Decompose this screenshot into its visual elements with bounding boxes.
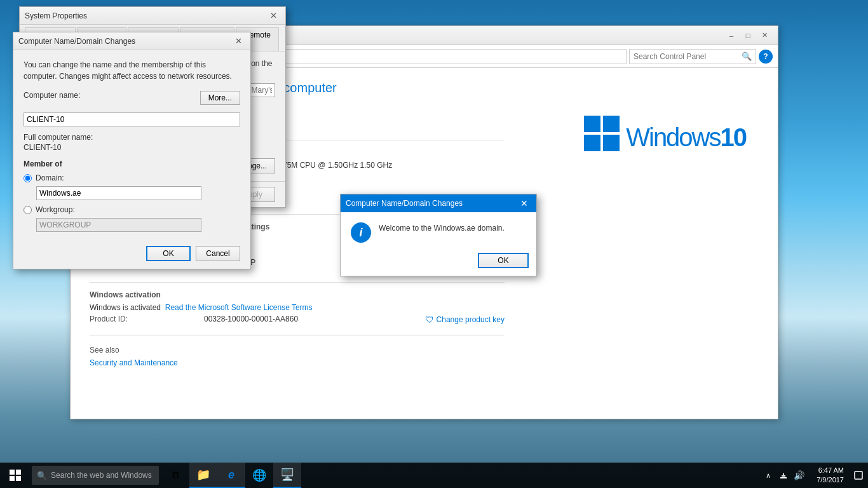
windows-logo-area: Windows10: [505, 108, 759, 161]
tray-sound-icon[interactable]: 🔊: [791, 463, 806, 488]
taskbar-search-box[interactable]: 🔍 Search the web and Windows: [32, 466, 159, 485]
svg-rect-9: [782, 475, 785, 477]
cndc-more-btn[interactable]: More...: [200, 91, 240, 105]
domain-radio-label: Domain:: [36, 173, 64, 182]
product-id-val: 00328-10000-00001-AA860: [204, 315, 298, 325]
security-maintenance-link[interactable]: Security and Maintenance: [90, 358, 178, 367]
change-key-link[interactable]: 🛡 Change product key: [425, 315, 505, 325]
clock-time: 6:47 AM: [817, 466, 844, 475]
svg-rect-4: [10, 470, 15, 475]
svg-rect-0: [584, 116, 600, 132]
welcome-ok-btn[interactable]: OK: [478, 253, 529, 268]
activation-section: Windows activation Windows is activated …: [90, 290, 505, 325]
sysprop-close-btn[interactable]: ✕: [266, 10, 280, 22]
desktop: 🖥️ CLIE... 🗑️ Recycl... 📄 This... 🖥️ Sys…: [0, 0, 868, 488]
workgroup-input[interactable]: [36, 218, 201, 232]
windows-logo: [583, 114, 621, 161]
welcome-dialog: Computer Name/Domain Changes ✕ i Welcome…: [340, 194, 537, 276]
cp-window-controls: – □ ✕: [723, 29, 773, 42]
welcome-message: Welcome to the Windows.ae domain.: [379, 222, 505, 234]
welcome-content: i Welcome to the Windows.ae domain.: [341, 212, 536, 250]
change-key-text: Change product key: [437, 315, 505, 324]
svg-rect-11: [855, 471, 862, 479]
cndc-ok-btn[interactable]: OK: [146, 246, 191, 261]
domain-input[interactable]: [36, 186, 201, 200]
svg-rect-2: [584, 135, 600, 151]
taskbar-task-view[interactable]: ⧉: [161, 463, 189, 488]
search-box: 🔍: [629, 49, 756, 64]
tray-network-icon[interactable]: [776, 463, 791, 488]
svg-rect-3: [603, 135, 620, 151]
cndc-fullname-label: Full computer name:: [24, 133, 240, 142]
product-id-row: Product ID: 00328-10000-00001-AA860 🛡 Ch…: [90, 315, 505, 325]
sysprop-titlebar: System Properties ✕: [20, 7, 285, 25]
workgroup-radio-row: Workgroup:: [24, 205, 240, 214]
shield-icon-2: 🛡: [425, 315, 434, 325]
cndc-buttons: OK Cancel: [13, 241, 250, 269]
activation-status: Windows is activated: [90, 303, 161, 312]
domain-radio-btn[interactable]: [24, 174, 32, 182]
product-id-key: Product ID:: [90, 315, 204, 325]
svg-rect-10: [783, 473, 784, 475]
member-of-label: Member of: [24, 159, 240, 168]
cp-maximize-btn[interactable]: □: [740, 29, 756, 42]
taskbar-apps: ⧉ 📁 e 🌐 🖥️: [159, 463, 756, 488]
workgroup-radio-label: Workgroup:: [36, 205, 75, 214]
cndc-fullname-val: CLIENT-10: [24, 143, 240, 152]
welcome-buttons: OK: [341, 250, 536, 276]
svg-rect-5: [16, 470, 21, 475]
cndc-desc: You can change the name and the membersh…: [24, 59, 240, 82]
svg-rect-8: [780, 477, 787, 478]
cndc-cancel-btn[interactable]: Cancel: [196, 246, 240, 261]
welcome-title: Computer Name/Domain Changes: [346, 199, 517, 208]
info-icon: i: [351, 222, 371, 243]
cndc-dialog: Computer Name/Domain Changes ✕ You can c…: [13, 32, 251, 269]
taskbar-search-icon: 🔍: [37, 471, 47, 480]
taskbar-clock[interactable]: 6:47 AM 7/9/2017: [811, 466, 849, 485]
windows10-text: Windows10: [626, 123, 746, 152]
welcome-close-btn[interactable]: ✕: [517, 198, 531, 209]
start-btn[interactable]: [0, 463, 31, 488]
taskbar-edge[interactable]: e: [217, 463, 245, 488]
search-input[interactable]: [634, 52, 742, 61]
activation-label: Windows activation: [90, 290, 505, 299]
cndc-titlebar: Computer Name/Domain Changes ✕: [13, 32, 250, 50]
taskbar-search-placeholder: Search the web and Windows: [51, 471, 152, 480]
cndc-close-btn[interactable]: ✕: [231, 36, 245, 47]
see-also-label: See also: [90, 346, 505, 355]
taskbar-app-4[interactable]: 🖥️: [273, 463, 301, 488]
svg-rect-7: [16, 476, 21, 481]
workgroup-radio-btn[interactable]: [24, 206, 32, 214]
taskbar-tray: ∧ 🔊: [756, 463, 811, 488]
license-link[interactable]: Read the Microsoft Software License Term…: [165, 303, 313, 312]
see-also-section: See also Security and Maintenance: [90, 346, 505, 367]
taskbar: 🔍 Search the web and Windows ⧉ 📁 e 🌐 🖥️ …: [0, 463, 868, 488]
taskbar-file-explorer[interactable]: 📁: [189, 463, 217, 488]
divider-3: [90, 282, 505, 283]
svg-rect-1: [603, 116, 620, 132]
cp-close-btn[interactable]: ✕: [756, 29, 773, 42]
help-btn[interactable]: ?: [759, 50, 773, 64]
taskbar-notification-btn[interactable]: [849, 463, 868, 488]
cndc-compname-input[interactable]: [24, 112, 240, 126]
taskbar-network[interactable]: 🌐: [245, 463, 273, 488]
sysprop-title: System Properties: [25, 11, 266, 20]
activation-status-row: Windows is activated Read the Microsoft …: [90, 303, 505, 312]
welcome-titlebar: Computer Name/Domain Changes ✕: [341, 194, 536, 212]
right-col: Windows10: [505, 108, 759, 367]
cp-minimize-btn[interactable]: –: [723, 29, 740, 42]
svg-rect-6: [10, 476, 15, 481]
domain-radio-row: Domain:: [24, 173, 240, 182]
search-icon[interactable]: 🔍: [742, 51, 752, 61]
cndc-content: You can change the name and the membersh…: [13, 50, 250, 241]
clock-date: 7/9/2017: [817, 475, 844, 485]
cndc-title: Computer Name/Domain Changes: [18, 37, 231, 46]
tray-chevron[interactable]: ∧: [761, 463, 776, 488]
divider-4: [90, 335, 505, 336]
